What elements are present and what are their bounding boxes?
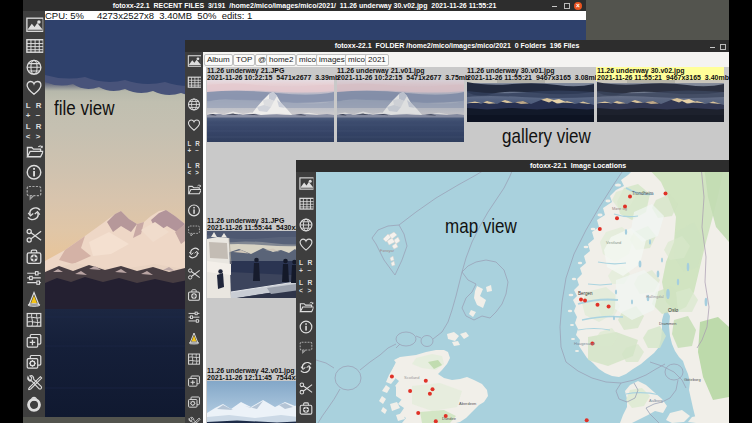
svg-text:Møre og: Møre og: [612, 206, 627, 211]
svg-text:Scotland: Scotland: [404, 375, 420, 380]
svg-text:Aberdeen: Aberdeen: [459, 401, 476, 406]
svg-text:Dundee: Dundee: [442, 416, 457, 421]
svg-text:Haugesund: Haugesund: [574, 341, 594, 346]
svg-text:Aalborg: Aalborg: [649, 398, 663, 403]
svg-text:Vestland: Vestland: [606, 240, 621, 245]
svg-text:Oslo: Oslo: [668, 307, 679, 313]
svg-text:Göteborg: Göteborg: [684, 377, 701, 382]
svg-text:Føroyar: Føroyar: [380, 248, 395, 253]
svg-text:Drammen: Drammen: [659, 321, 677, 326]
svg-text:Bergen: Bergen: [578, 291, 593, 296]
svg-text:Hallingdal: Hallingdal: [646, 294, 664, 299]
svg-text:Trondheim: Trondheim: [632, 191, 654, 196]
